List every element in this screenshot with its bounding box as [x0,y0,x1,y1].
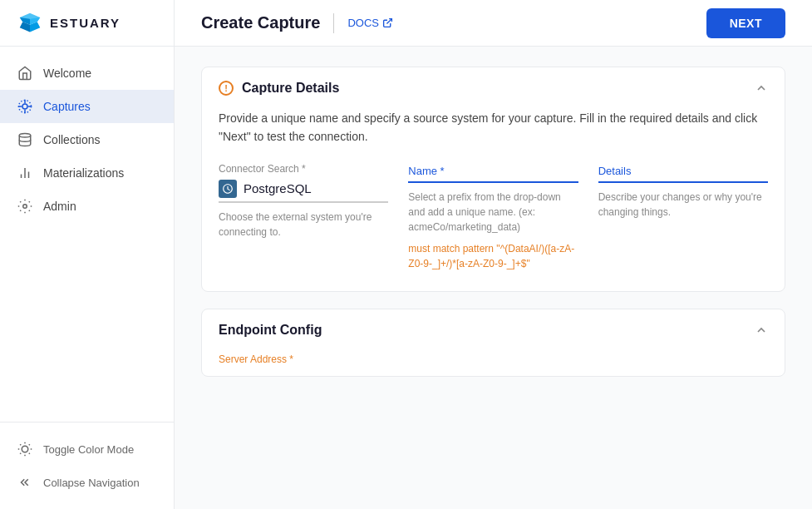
sidebar-item-label: Admin [43,200,76,213]
connector-value: PostgreSQL [244,181,312,195]
capture-details-header[interactable]: ! Capture Details [202,67,785,109]
endpoint-config-title-text: Endpoint Config [219,323,322,338]
sidebar-item-label: Materializations [43,166,124,180]
name-label: Name * [408,165,444,177]
endpoint-config-body: Server Address * [202,351,785,376]
main-content: Create Capture DOCS NEXT ! Capture Detai… [175,0,812,509]
collections-icon [17,131,33,148]
docs-label: DOCS [347,17,379,29]
connector-search-input[interactable]: PostgreSQL [219,180,388,203]
capture-details-desc: Provide a unique name and specify a sour… [219,109,768,146]
sidebar-item-label: Collections [43,133,100,146]
logo: ESTUARY [0,0,174,47]
connector-search-label: Connector Search * [219,163,388,175]
color-mode-icon [17,441,33,457]
sidebar-item-label: Collapse Navigation [43,477,140,489]
svg-line-5 [386,19,391,24]
capture-details-form-row: Connector Search * PostgreSQL Cho [219,163,768,271]
logo-icon [17,12,43,35]
svg-point-0 [22,104,27,109]
sidebar-item-toggle-color-mode[interactable]: Toggle Color Mode [0,432,174,466]
external-link-icon [382,17,393,28]
sidebar-item-welcome[interactable]: Welcome [0,57,174,90]
collapse-icon [17,474,33,491]
captures-icon [17,98,33,115]
svg-point-2 [19,134,31,138]
svg-point-4 [22,446,28,452]
next-button[interactable]: NEXT [706,8,785,38]
details-label: Details [598,165,632,177]
chevron-up-icon [755,82,768,95]
page-title: Create Capture [201,13,320,32]
capture-details-title: ! Capture Details [219,81,339,96]
nav-items: Welcome Captures Collections [0,47,174,422]
sidebar-item-label: Welcome [43,67,91,80]
content-area: ! Capture Details Provide a unique name … [175,47,812,509]
home-icon [17,65,33,82]
details-hint: Describe your changes or why you're chan… [598,190,768,220]
capture-details-body: Provide a unique name and specify a sour… [202,109,785,291]
connector-hint: Choose the external system you're connec… [219,210,388,240]
capture-details-title-text: Capture Details [242,81,339,96]
details-field: Details Describe your changes or why you… [598,163,768,220]
materializations-icon [17,165,33,181]
logo-text: ESTUARY [50,16,121,30]
sidebar-bottom: Toggle Color Mode Collapse Navigation [0,422,174,509]
name-field: Name * Select a prefix from the drop-dow… [408,163,578,271]
capture-details-section: ! Capture Details Provide a unique name … [201,67,785,292]
sidebar-item-label: Toggle Color Mode [43,443,134,456]
header-divider [333,13,334,33]
name-error: must match pattern "^(DataAI/)([a-zA-Z0-… [408,241,578,271]
endpoint-chevron-up-icon [755,324,768,337]
sidebar-item-materializations[interactable]: Materializations [0,156,174,190]
name-hint: Select a prefix from the drop-down and a… [408,190,578,235]
server-address-label: Server Address * [219,353,293,365]
connector-search-field: Connector Search * PostgreSQL Cho [219,163,388,240]
sidebar-item-collapse-navigation[interactable]: Collapse Navigation [0,466,174,499]
endpoint-config-title: Endpoint Config [219,323,322,338]
sidebar-item-label: Captures [43,100,91,113]
warning-icon: ! [219,81,234,96]
header: Create Capture DOCS NEXT [175,0,812,47]
svg-point-3 [23,205,27,209]
sidebar-item-collections[interactable]: Collections [0,123,174,156]
postgresql-icon [219,180,237,198]
header-left: Create Capture DOCS [201,13,393,33]
endpoint-config-header[interactable]: Endpoint Config [202,309,785,351]
admin-icon [17,198,33,215]
sidebar-item-admin[interactable]: Admin [0,190,174,223]
endpoint-config-section: Endpoint Config Server Address * [201,309,785,377]
docs-link[interactable]: DOCS [347,17,393,29]
sidebar-item-captures[interactable]: Captures [0,90,174,123]
sidebar: ESTUARY Welcome Captures [0,0,175,509]
